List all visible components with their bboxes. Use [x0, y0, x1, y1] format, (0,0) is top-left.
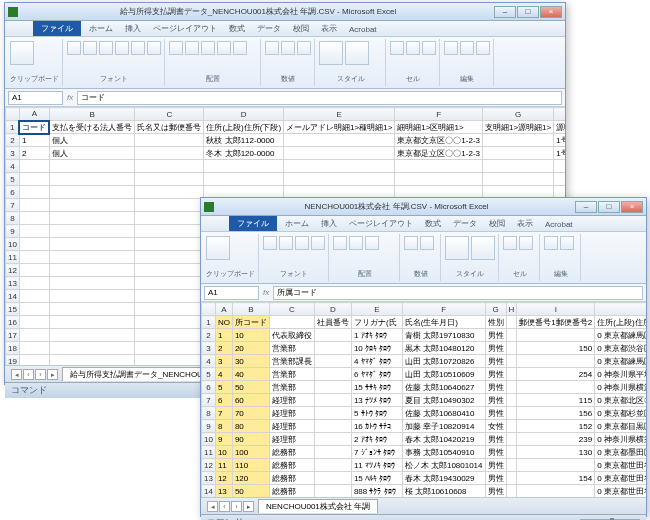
- cell[interactable]: [314, 485, 351, 498]
- cell[interactable]: 経理部: [269, 420, 314, 433]
- cell[interactable]: [135, 264, 204, 277]
- cell[interactable]: 1号俸: [554, 147, 565, 160]
- cell[interactable]: [506, 459, 517, 472]
- cell[interactable]: [314, 459, 351, 472]
- cell[interactable]: [135, 251, 204, 264]
- header-cell[interactable]: 住所(上段)住所(下段): [204, 121, 284, 134]
- grid[interactable]: ABCDEFGHIJKLMNOPQR1NO所コード社員番号フリガナ(氏氏名(生年…: [201, 302, 646, 497]
- tab-pagelayout[interactable]: ページレイアウト: [147, 21, 223, 36]
- cell[interactable]: 60: [232, 394, 269, 407]
- col-header[interactable]: I: [517, 303, 595, 316]
- cell[interactable]: [135, 160, 204, 173]
- cell[interactable]: 3: [215, 355, 232, 368]
- cell[interactable]: [19, 355, 49, 366]
- cell[interactable]: 0 東京都世田谷区〇〇2-2-2: [595, 485, 646, 498]
- cell[interactable]: 総務部: [269, 485, 314, 498]
- cell[interactable]: 1: [215, 329, 232, 342]
- sum-button[interactable]: [544, 236, 558, 250]
- cell[interactable]: [395, 173, 483, 186]
- tab-formulas[interactable]: 数式: [419, 216, 447, 231]
- italic-button[interactable]: [83, 41, 97, 55]
- header-cell[interactable]: 支明細1>源明細1>: [483, 121, 554, 134]
- cell[interactable]: [49, 264, 135, 277]
- underline-button[interactable]: [99, 41, 113, 55]
- cell[interactable]: [19, 212, 49, 225]
- cell[interactable]: [506, 433, 517, 446]
- merge-button[interactable]: [233, 41, 247, 55]
- cell[interactable]: [19, 342, 49, 355]
- tab-home[interactable]: ホーム: [279, 216, 315, 231]
- cell[interactable]: 春木 太郎19430029: [402, 472, 485, 485]
- nav-next[interactable]: ›: [231, 501, 242, 512]
- cell[interactable]: 佐藤 太郎10640627: [402, 381, 485, 394]
- tab-insert[interactable]: 挿入: [119, 21, 147, 36]
- titlebar[interactable]: NENCHOU001株式会社 年調.CSV - Microsoft Excel …: [201, 198, 646, 216]
- cell[interactable]: 6: [215, 394, 232, 407]
- row-header[interactable]: 4: [6, 160, 20, 173]
- row-header[interactable]: 13: [202, 472, 216, 485]
- cell[interactable]: [517, 329, 595, 342]
- cell[interactable]: 40: [232, 368, 269, 381]
- header-cell[interactable]: 源明細2>: [554, 121, 565, 134]
- cell[interactable]: [19, 251, 49, 264]
- header-cell[interactable]: コード: [19, 121, 49, 134]
- cell[interactable]: [49, 225, 135, 238]
- cell[interactable]: 254: [517, 368, 595, 381]
- cell[interactable]: 70: [232, 407, 269, 420]
- header-cell[interactable]: [269, 316, 314, 329]
- maximize-button[interactable]: □: [517, 6, 539, 18]
- cell[interactable]: [483, 160, 554, 173]
- cell[interactable]: [49, 290, 135, 303]
- header-cell[interactable]: メールアドレ明細1>種明細1>: [284, 121, 395, 134]
- numfmt-button[interactable]: [265, 41, 279, 55]
- cell[interactable]: 春木 太郎10420219: [402, 433, 485, 446]
- align-button[interactable]: [333, 236, 347, 250]
- cell[interactable]: 代表取締役: [269, 329, 314, 342]
- cell[interactable]: 1: [19, 134, 49, 147]
- cell[interactable]: [506, 485, 517, 498]
- header-cell[interactable]: NO: [215, 316, 232, 329]
- row-header[interactable]: 14: [6, 290, 20, 303]
- align-button[interactable]: [349, 236, 363, 250]
- cell[interactable]: [314, 420, 351, 433]
- tab-view[interactable]: 表示: [511, 216, 539, 231]
- cell[interactable]: [19, 290, 49, 303]
- cell[interactable]: [314, 446, 351, 459]
- close-button[interactable]: ×: [540, 6, 562, 18]
- cell[interactable]: 10 ｸﾛｷ ﾀﾛｳ: [351, 342, 402, 355]
- cell[interactable]: [49, 355, 135, 366]
- col-header[interactable]: G: [483, 108, 554, 121]
- row-header[interactable]: 3: [6, 147, 20, 160]
- cell[interactable]: 男性: [485, 342, 506, 355]
- italic-button[interactable]: [279, 236, 293, 250]
- cell[interactable]: [49, 303, 135, 316]
- col-header[interactable]: B: [49, 108, 135, 121]
- cell[interactable]: 11: [215, 459, 232, 472]
- row-header[interactable]: 5: [202, 368, 216, 381]
- row-header[interactable]: 2: [6, 134, 20, 147]
- cell[interactable]: [483, 147, 554, 160]
- tab-data[interactable]: データ: [251, 21, 287, 36]
- cell[interactable]: [284, 134, 395, 147]
- cell[interactable]: 13 ﾅﾂﾒ ﾀﾛｳ: [351, 394, 402, 407]
- tablestyle-button[interactable]: [345, 41, 369, 65]
- cell[interactable]: 青樹 太郎19710830: [402, 329, 485, 342]
- cell[interactable]: [19, 225, 49, 238]
- cell[interactable]: 110: [232, 459, 269, 472]
- cell[interactable]: [284, 173, 395, 186]
- row-header[interactable]: 1: [202, 316, 216, 329]
- row-header[interactable]: 12: [202, 459, 216, 472]
- cell[interactable]: 男性: [485, 446, 506, 459]
- cell[interactable]: 総務部: [269, 446, 314, 459]
- cell[interactable]: [506, 394, 517, 407]
- tab-view[interactable]: 表示: [315, 21, 343, 36]
- row-header[interactable]: 5: [6, 173, 20, 186]
- cell[interactable]: [506, 472, 517, 485]
- cell[interactable]: [135, 212, 204, 225]
- cell[interactable]: [49, 238, 135, 251]
- cell[interactable]: 0 東京都北区〇〇1-2-3: [595, 394, 646, 407]
- cell[interactable]: 115: [517, 394, 595, 407]
- cell[interactable]: 5 ｻﾄｳ ﾀﾛｳ: [351, 407, 402, 420]
- cell[interactable]: 男性: [485, 394, 506, 407]
- cell[interactable]: 0 神奈川県横須賀市〇〇3-15: [595, 433, 646, 446]
